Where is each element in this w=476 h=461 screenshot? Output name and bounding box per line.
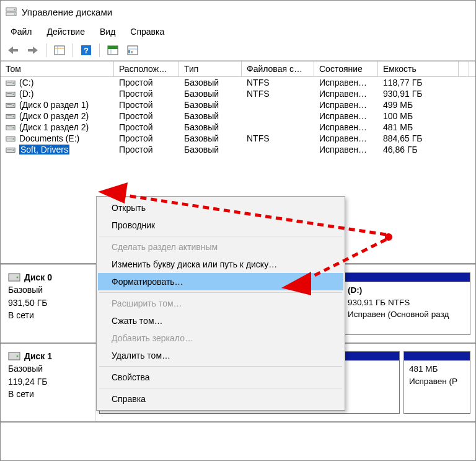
col-type[interactable]: Тип	[179, 61, 242, 76]
grid-icon	[54, 45, 65, 55]
disk-icon	[8, 352, 20, 360]
ctx-properties[interactable]: Свойства	[98, 369, 343, 386]
col-capacity[interactable]: Емкость	[378, 61, 459, 76]
drive-icon	[6, 90, 15, 97]
volume-type: Базовый	[179, 122, 242, 133]
volume-fs	[242, 99, 314, 110]
partition-recovery[interactable]: 481 МБ Исправен (Р	[403, 351, 470, 414]
ctx-format[interactable]: Форматировать…	[98, 273, 343, 290]
menu-view[interactable]: Вид	[94, 24, 121, 39]
volume-layout: Простой	[114, 88, 179, 99]
disk-0-label: Диск 0 Базовый 931,50 ГБ В сети	[1, 265, 95, 342]
col-layout[interactable]: Располож…	[114, 61, 179, 76]
help-button[interactable]: ?	[77, 43, 95, 58]
volume-type: Базовый	[179, 77, 242, 88]
volume-capacity: 481 МБ	[378, 122, 459, 133]
view-top-button[interactable]	[104, 43, 121, 58]
svg-rect-21	[7, 93, 12, 94]
volume-type: Базовый	[179, 133, 242, 144]
svg-marker-4	[8, 47, 18, 54]
partition-recovery-size: 481 МБ	[409, 364, 438, 374]
disk-icon	[8, 273, 20, 282]
view-bottom-button[interactable]	[124, 43, 141, 58]
context-menu: Открыть Проводник Сделать раздел активны…	[96, 196, 345, 411]
svg-rect-24	[7, 104, 12, 105]
volume-row[interactable]: Soft, DriversПростойБазовыйИсправен…46,8…	[1, 144, 475, 155]
svg-rect-16	[128, 50, 130, 53]
ctx-shrink[interactable]: Сжать том…	[98, 312, 343, 329]
volume-name: (Диск 0 раздел 2)	[19, 111, 89, 121]
ctx-change-letter[interactable]: Изменить букву диска или путь к диску…	[98, 256, 343, 273]
partition-stripe	[343, 273, 470, 282]
volume-type: Базовый	[179, 99, 242, 110]
volume-fs	[242, 110, 314, 122]
volume-status: Исправен…	[314, 144, 378, 155]
menu-file[interactable]: Файл	[4, 24, 38, 39]
ctx-help[interactable]: Справка	[98, 390, 343, 408]
svg-rect-30	[7, 127, 12, 127]
disk-mgmt-window: Управление дисками Файл Действие Вид Спр…	[0, 0, 476, 461]
disk-1-type: Базовый	[8, 362, 89, 375]
volume-name: Documents (E:)	[19, 133, 79, 143]
volume-name: (D:)	[19, 89, 33, 99]
properties-button[interactable]	[51, 43, 68, 58]
disk-1-title: Диск 1	[24, 350, 52, 362]
volume-layout: Простой	[114, 144, 179, 155]
partition-d-status: Исправен (Основной разд	[348, 310, 449, 319]
svg-point-41	[17, 356, 19, 357]
volume-capacity: 884,65 ГБ	[378, 133, 459, 144]
volume-status: Исправен…	[314, 133, 378, 144]
svg-point-2	[14, 9, 15, 11]
ctx-explorer[interactable]: Проводник	[98, 217, 343, 234]
drive-icon	[6, 135, 15, 142]
back-button[interactable]	[4, 43, 22, 58]
volume-status: Исправен…	[314, 88, 378, 99]
col-fs[interactable]: Файловая с…	[242, 61, 314, 76]
toolbar: ?	[1, 40, 475, 61]
volume-type: Базовый	[179, 88, 242, 99]
disk-0-title: Диск 0	[24, 271, 52, 284]
titlebar: Управление дисками	[1, 1, 475, 23]
drive-icon	[6, 112, 15, 120]
volume-layout: Простой	[114, 110, 179, 122]
col-volume[interactable]: Том	[1, 61, 114, 76]
arrow-right-icon	[27, 45, 39, 55]
partition-stripe	[404, 352, 470, 360]
menu-action[interactable]: Действие	[40, 24, 91, 39]
volume-status: Исправен…	[314, 77, 378, 88]
volume-row[interactable]: Documents (E:)ПростойБазовыйNTFSИсправен…	[1, 133, 475, 144]
volume-fs: NTFS	[242, 77, 314, 88]
volume-row[interactable]: (Диск 0 раздел 1)ПростойБазовыйИсправен……	[1, 99, 475, 110]
col-spacer	[459, 61, 469, 76]
ctx-open[interactable]: Открыть	[98, 199, 343, 217]
svg-point-34	[12, 138, 14, 140]
partition-recovery-status: Исправен (Р	[409, 377, 457, 386]
volume-name: (Диск 1 раздел 2)	[19, 122, 89, 132]
separator	[99, 43, 100, 57]
separator	[99, 236, 342, 236]
svg-point-37	[12, 150, 14, 151]
volume-fs	[242, 144, 314, 155]
volume-row[interactable]: (C:)ПростойБазовыйNTFSИсправен…118,77 ГБ	[1, 77, 475, 88]
separator	[99, 292, 342, 293]
volume-row[interactable]: (D:)ПростойБазовыйNTFSИсправен…930,91 ГБ	[1, 88, 475, 99]
drive-icon	[6, 123, 15, 131]
ctx-delete[interactable]: Удалить том…	[98, 347, 343, 364]
volume-fs	[242, 122, 314, 133]
ctx-make-active: Сделать раздел активным	[98, 238, 343, 256]
menu-help[interactable]: Справка	[124, 24, 170, 39]
forward-button[interactable]	[24, 43, 42, 58]
volume-row[interactable]: (Диск 0 раздел 2)ПростойБазовыйИсправен……	[1, 110, 475, 122]
partition-d[interactable]: (D:) 930,91 ГБ NTFS Исправен (Основной р…	[342, 272, 470, 335]
volume-capacity: 118,77 ГБ	[378, 77, 459, 88]
svg-rect-18	[7, 82, 12, 83]
app-icon	[6, 7, 17, 17]
svg-rect-33	[7, 138, 12, 138]
disk-1-state: В сети	[8, 388, 89, 400]
volume-row[interactable]: (Диск 1 раздел 2)ПростойБазовыйИсправен……	[1, 122, 475, 133]
col-status[interactable]: Состояние	[314, 61, 378, 76]
disk-0-state: В сети	[8, 309, 89, 321]
volume-type: Базовый	[179, 144, 242, 155]
drive-icon	[6, 79, 15, 86]
volume-capacity: 46,86 ГБ	[378, 144, 459, 155]
